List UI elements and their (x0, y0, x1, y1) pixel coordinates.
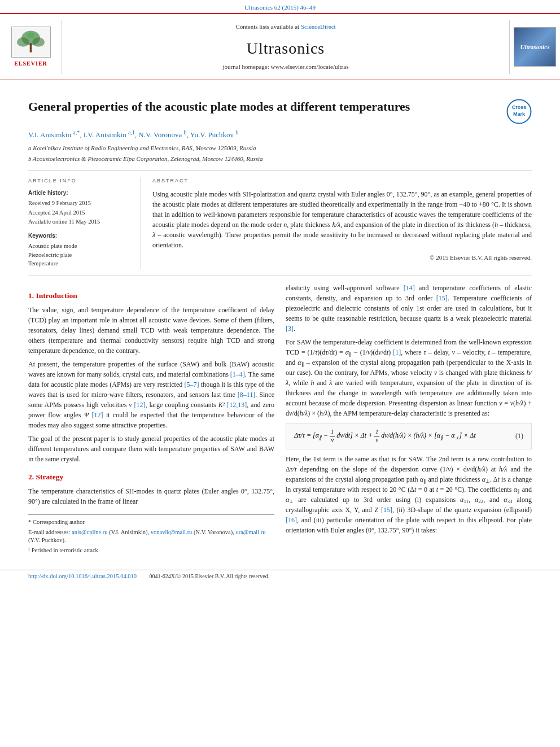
elsevier-logo-section: ELSEVIER (0, 20, 62, 74)
journal-thumbnail: Ultrasonics (509, 20, 560, 74)
email-label: E-mail addresses: (28, 529, 70, 535)
intro-title: Introduction (36, 291, 77, 300)
article-title: General properties of the acoustic plate… (28, 99, 410, 115)
citation-text: Ultrasonics 62 (2015) 46–49 (244, 4, 316, 11)
ref-14[interactable]: [14] (404, 284, 415, 292)
ref-12a[interactable]: [12] (134, 401, 146, 409)
affiliation-b: b Acoustoelectronics & Piezoceramic Elpa… (28, 155, 532, 163)
divider-1 (28, 170, 532, 171)
formula-1-box: Δτ/τ = [α∥ − 1ν dν/dt] × Δt + 1ν dν/d(h/… (286, 423, 532, 449)
keyword-1: Acoustic plate mode (28, 242, 132, 251)
ref-3[interactable]: [3] (286, 325, 294, 333)
keyword-2: Piezoelectric plate (28, 251, 132, 260)
divider-2 (28, 276, 532, 276)
affiliation-a: a Kotel'nikov Institute of Radio Enginee… (28, 144, 532, 152)
crossmark-logo: Cross Mark (506, 99, 532, 124)
main-content: General properties of the acoustic plate… (0, 80, 560, 565)
and-conjunction: and (522, 486, 532, 493)
abstract-section: ABSTRACT Using acoustic plate modes with… (152, 177, 532, 269)
strategy-title: Strategy (36, 473, 64, 481)
ref-12b[interactable]: [12] (92, 411, 103, 419)
ref-5-7[interactable]: [5–7] (185, 381, 199, 388)
intro-para2: At present, the temperature properties o… (28, 359, 274, 430)
article-title-row: General properties of the acoustic plate… (28, 99, 532, 124)
corresponding-footnote: * Corresponding author. (28, 518, 274, 527)
intro-heading: 1. Introduction (28, 291, 274, 302)
citation-bar: Ultrasonics 62 (2015) 46–49 (0, 0, 560, 13)
footnote-section: * Corresponding author. E-mail addresses… (28, 514, 274, 555)
intro-para3: The goal of the present paper is to stud… (28, 434, 274, 464)
sciencedirect-link[interactable]: ScienceDirect (301, 23, 336, 30)
received-date: Received 9 February 2015 (28, 199, 132, 208)
intro-para1: The value, sign, and temperature depende… (28, 305, 274, 356)
authors-text: V.I. Anisimkin a,*, I.V. Anisimkin a,1, … (28, 130, 238, 139)
svg-point-3 (32, 38, 45, 47)
ref-1-4[interactable]: [1–4] (230, 370, 245, 378)
svg-point-5 (27, 33, 35, 39)
body-left-column: 1. Introduction The value, sign, and tem… (28, 283, 274, 557)
ref-1[interactable]: [1] (393, 348, 401, 356)
ref-15[interactable]: [15] (436, 294, 448, 302)
strategy-number: 2. (28, 473, 34, 481)
issn-text: 0041-624X/© 2015 Elsevier B.V. All right… (150, 573, 270, 579)
email-links[interactable]: anis@cpline.ru (72, 529, 108, 535)
right-para3: Here, the 1st term is the same as that i… (286, 454, 532, 535)
copyright-text: © 2015 Elsevier B.V. All rights reserved… (152, 254, 532, 262)
formula-1-text: Δτ/τ = [α∥ − 1ν dν/dt] × Δt + 1ν dν/d(h/… (294, 428, 476, 444)
email-link-puchkov[interactable]: ura@mail.ru (235, 529, 265, 535)
svg-text:Cross: Cross (512, 104, 527, 110)
svg-point-2 (17, 38, 29, 47)
thumb-image: Ultrasonics (514, 27, 556, 67)
ref-8-11[interactable]: [8–11] (238, 391, 256, 399)
history-label: Article history: (28, 189, 132, 197)
right-para1: elasticity using well-approved software … (286, 283, 532, 334)
authors-line: V.I. Anisimkin a,*, I.V. Anisimkin a,1, … (28, 130, 532, 140)
journal-info-center: Contents lists available at ScienceDirec… (62, 20, 509, 74)
right-para2: For SAW the temperature-delay coefficien… (286, 337, 532, 418)
intro-number: 1. (28, 291, 34, 300)
doi-link[interactable]: http://dx.doi.org/10.1016/j.ultras.2015.… (28, 573, 137, 579)
elsevier-text: ELSEVIER (14, 60, 47, 68)
contents-text: Contents lists available at (235, 23, 299, 30)
article-info-label: ARTICLE INFO (28, 177, 132, 185)
strategy-heading: 2. Strategy (28, 472, 274, 483)
accepted-date: Accepted 24 April 2015 (28, 209, 132, 217)
journal-header: ELSEVIER Contents lists available at Sci… (0, 13, 560, 80)
journal-title: Ultrasonics (247, 37, 325, 59)
svg-text:Mark: Mark (513, 111, 526, 117)
body-right-column: elasticity using well-approved software … (286, 283, 532, 557)
abstract-text: Using acoustic plate modes with SH-polar… (152, 189, 532, 250)
svg-rect-4 (30, 43, 32, 53)
abstract-label: ABSTRACT (152, 177, 532, 185)
ref-16[interactable]: [16] (286, 516, 297, 524)
elsevier-tree-logo (11, 27, 51, 58)
keywords-label: Keywords: (28, 232, 132, 240)
contents-line: Contents lists available at ScienceDirec… (235, 23, 335, 31)
ref-15b[interactable]: [15] (381, 506, 392, 514)
ref-12-13[interactable]: [12,13] (227, 401, 247, 409)
journal-homepage: journal homepage: www.elsevier.com/locat… (223, 63, 349, 71)
formula-1-number: (1) (515, 431, 523, 441)
keyword-3: Temperature (28, 260, 132, 268)
email-footnote: E-mail addresses: anis@cpline.ru (V.I. A… (28, 528, 274, 545)
strategy-para1: The temperature characteristics of SH-mo… (28, 486, 274, 506)
info-abstract-row: ARTICLE INFO Article history: Received 9… (28, 177, 532, 269)
footnote-1: ¹ Perished in terroristic attack (28, 547, 274, 555)
article-info-section: ARTICLE INFO Article history: Received 9… (28, 177, 141, 269)
available-date: Available online 11 May 2015 (28, 218, 132, 226)
body-columns: 1. Introduction The value, sign, and tem… (28, 283, 532, 557)
email-link-voronova[interactable]: vonavlk@mail.ru (151, 529, 193, 535)
footer-bar: http://dx.doi.org/10.1016/j.ultras.2015.… (0, 570, 560, 583)
